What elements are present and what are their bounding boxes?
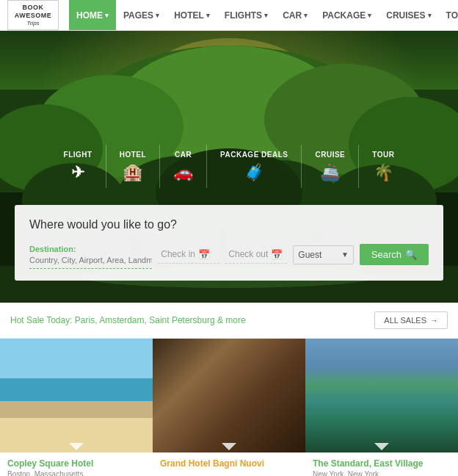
nav-label: TOURS [446, 10, 458, 21]
hotel-card[interactable]: Grand Hotel Bagni Nuovi [153, 339, 305, 476]
nav-label: PACKAGE [322, 10, 366, 21]
cat-label: PACKAGE DEALS [220, 151, 288, 159]
hero-section: FLIGHT ✈ HOTEL 🏨 CAR 🚗 PACKAGE DEALS 🧳 C… [0, 31, 458, 303]
search-icon: 🔍 [405, 249, 417, 260]
nav-label: HOME [76, 10, 103, 21]
nav-label: FLIGHTS [225, 10, 262, 21]
nav-menu: HOME▾PAGES▾HOTEL▾FLIGHTS▾CAR▾PACKAGE▾CRU… [69, 0, 458, 30]
cat-icon: 🧳 [244, 163, 264, 182]
chevron-down-icon: ▾ [206, 12, 210, 19]
search-fields: Destination: Check in 📅 Check out 📅 Gues… [29, 240, 429, 269]
chevron-down-icon: ▼ [341, 250, 349, 259]
all-sales-button[interactable]: ALL SALES → [374, 311, 448, 329]
logo[interactable]: BOOK AWESOME Trips [7, 0, 59, 30]
nav-item-tours[interactable]: TOURS▾ [439, 0, 458, 30]
navbar: BOOK AWESOME Trips HOME▾PAGES▾HOTEL▾FLIG… [0, 0, 458, 31]
logo-line1: BOOK AWESOME [14, 4, 52, 20]
chevron-down-icon: ▾ [304, 12, 308, 19]
hero-cat-tour[interactable]: TOUR 🌴 [359, 145, 407, 188]
card-arrow [69, 443, 84, 450]
nav-item-package[interactable]: PACKAGE▾ [315, 0, 379, 30]
cat-label: CRUISE [315, 151, 345, 159]
hero-cat-cruise[interactable]: CRUISE 🚢 [302, 145, 359, 188]
cat-icon: 🏨 [123, 163, 142, 182]
nav-label: PAGES [123, 10, 153, 21]
nav-label: HOTEL [174, 10, 204, 21]
chevron-down-icon: ▾ [368, 12, 371, 19]
cat-icon: 🚗 [173, 163, 193, 182]
checkout-label: Check out [228, 249, 268, 259]
card-info: The Standard, East Village New York, New… [305, 452, 458, 476]
hotel-card[interactable]: The Standard, East Village New York, New… [305, 339, 458, 476]
cat-label: TOUR [372, 151, 394, 159]
search-button[interactable]: Search 🔍 [360, 244, 429, 265]
all-sales-label: ALL SALES [384, 316, 426, 325]
card-name: The Standard, East Village [313, 458, 451, 469]
hotel-card[interactable]: Copley Square Hotel Boston, Massachusett… [0, 339, 153, 476]
card-location: Boston, Massachusetts [7, 470, 145, 476]
card-location: New York, New York [313, 470, 451, 476]
search-box: Where would you like to go? Destination:… [15, 205, 443, 281]
chevron-down-icon: ▾ [428, 12, 432, 19]
checkin-calendar-icon: 📅 [198, 249, 210, 260]
cat-label: FLIGHT [64, 151, 92, 159]
checkout-calendar-icon: 📅 [271, 249, 283, 260]
nav-item-hotel[interactable]: HOTEL▾ [167, 0, 217, 30]
cat-label: CAR [175, 151, 192, 159]
search-title: Where would you like to go? [29, 218, 429, 231]
hot-sale-text: Hot Sale Today: Paris, Amsterdam, Saint … [10, 315, 246, 325]
hero-cat-flight[interactable]: FLIGHT ✈ [51, 145, 106, 188]
hot-sale-label: Hot Sale Today: [10, 315, 73, 325]
cat-icon: 🚢 [320, 163, 340, 182]
chevron-down-icon: ▾ [264, 12, 268, 19]
nav-item-cruises[interactable]: CRUISES▾ [379, 0, 438, 30]
nav-item-flights[interactable]: FLIGHTS▾ [217, 0, 275, 30]
chevron-down-icon: ▾ [105, 12, 109, 19]
card-name: Grand Hotel Bagni Nuovi [160, 458, 298, 469]
nav-label: CRUISES [386, 10, 425, 21]
hot-sale-bar: Hot Sale Today: Paris, Amsterdam, Saint … [0, 303, 458, 339]
hero-cat-car[interactable]: CAR 🚗 [160, 145, 207, 188]
destination-label: Destination: [29, 245, 76, 253]
destination-field[interactable]: Destination: [29, 240, 152, 269]
logo-line2: Trips [14, 20, 52, 27]
hotel-cards: Copley Square Hotel Boston, Massachusett… [0, 339, 458, 476]
card-arrow [374, 443, 389, 450]
hero-cat-package-deals[interactable]: PACKAGE DEALS 🧳 [207, 145, 302, 188]
nav-item-pages[interactable]: PAGES▾ [116, 0, 167, 30]
card-info: Grand Hotel Bagni Nuovi [153, 452, 305, 475]
checkout-field[interactable]: Check out 📅 [225, 246, 287, 264]
checkin-label: Check in [161, 249, 195, 259]
chevron-down-icon: ▾ [156, 12, 159, 19]
nav-label: CAR [283, 10, 302, 21]
guest-label: Guest [298, 250, 321, 260]
hot-sale-destinations: Paris, Amsterdam, Saint Petersburg & mor… [75, 315, 246, 325]
cat-icon: 🌴 [374, 163, 393, 182]
search-button-label: Search [371, 249, 401, 260]
card-image [0, 339, 153, 452]
card-image [153, 339, 305, 452]
hero-categories: FLIGHT ✈ HOTEL 🏨 CAR 🚗 PACKAGE DEALS 🧳 C… [0, 145, 458, 188]
cat-icon: ✈ [71, 163, 84, 182]
card-info: Copley Square Hotel Boston, Massachusett… [0, 452, 153, 476]
checkin-field[interactable]: Check in 📅 [158, 246, 219, 264]
guest-selector[interactable]: Guest ▼ [293, 245, 353, 264]
nav-item-home[interactable]: HOME▾ [69, 0, 116, 30]
cat-label: HOTEL [120, 151, 146, 159]
nav-item-car[interactable]: CAR▾ [275, 0, 315, 30]
hero-cat-hotel[interactable]: HOTEL 🏨 [106, 145, 160, 188]
card-arrow [222, 443, 236, 450]
arrow-right-icon: → [430, 316, 438, 325]
card-name: Copley Square Hotel [7, 458, 145, 469]
card-image [305, 339, 458, 452]
destination-input[interactable] [29, 256, 152, 264]
